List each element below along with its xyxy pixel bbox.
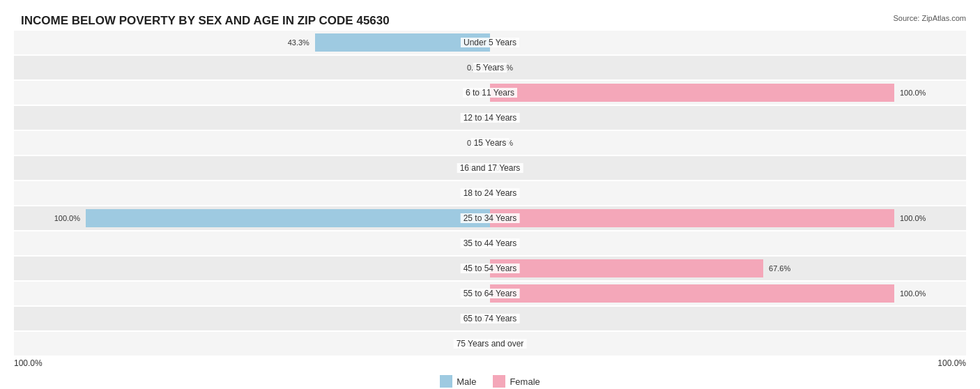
footer-right: 100.0% [937,358,966,368]
bar-row: 45 to 54 Years0.0%67.6% [14,257,966,280]
legend-male: Male [440,375,476,388]
row-label: 65 to 74 Years [461,314,520,323]
male-value: 100.0% [54,214,83,222]
row-label: 5 Years [473,63,507,73]
female-value: 100.0% [897,289,926,298]
female-bar [490,84,894,102]
bar-row: Under 5 Years43.3%0.0% [14,31,966,54]
bar-row: 12 to 14 Years0.0%0.0% [14,106,966,130]
bar-row: 15 Years0.0%0.0% [14,131,966,155]
legend-male-box [440,375,452,388]
bar-row: 65 to 74 Years0.0%0.0% [14,307,966,330]
row-label: 45 to 54 Years [461,264,520,273]
rows-area: Under 5 Years43.3%0.0%5 Years0.0%0.0%6 t… [14,31,966,356]
female-value: 100.0% [897,89,926,97]
row-label: 12 to 14 Years [461,113,520,123]
bar-row: 75 Years and over0.0%0.0% [14,332,966,356]
legend-female-box [493,375,505,388]
row-label: 75 Years and over [454,339,527,349]
row-label: 6 to 11 Years [463,88,517,98]
row-label: Under 5 Years [461,38,519,47]
female-bar [490,284,894,303]
legend-female-label: Female [510,376,539,387]
female-bar [490,259,763,277]
row-label: 16 and 17 Years [457,163,523,173]
footer-row: 100.0% 100.0% [14,358,966,368]
bar-row: 55 to 64 Years0.0%100.0% [14,282,966,305]
row-label: 15 Years [471,138,510,148]
bar-row: 16 and 17 Years0.0%0.0% [14,156,966,180]
row-label: 25 to 34 Years [461,213,520,223]
chart-container: INCOME BELOW POVERTY BY SEX AND AGE IN Z… [0,7,980,389]
row-label: 18 to 24 Years [461,188,520,198]
bar-row: 35 to 44 Years0.0%0.0% [14,231,966,255]
bar-row: 18 to 24 Years0.0%0.0% [14,181,966,205]
legend: Male Female [14,375,966,388]
bar-row: 6 to 11 Years0.0%100.0% [14,81,966,105]
legend-female: Female [493,375,539,388]
bar-row: 5 Years0.0%0.0% [14,56,966,79]
row-label: 35 to 44 Years [461,238,520,248]
footer-left: 100.0% [14,358,43,368]
female-value: 100.0% [897,214,926,222]
row-label: 55 to 64 Years [461,289,520,298]
legend-male-label: Male [457,376,476,387]
male-value: 43.3% [288,38,312,47]
female-value: 67.6% [766,264,790,273]
chart-title: INCOME BELOW POVERTY BY SEX AND AGE IN Z… [14,14,390,28]
source-text: Source: ZipAtlas.com [893,14,966,22]
female-bar [490,209,894,227]
male-bar [86,209,490,227]
bar-row: 25 to 34 Years100.0%100.0% [14,206,966,230]
